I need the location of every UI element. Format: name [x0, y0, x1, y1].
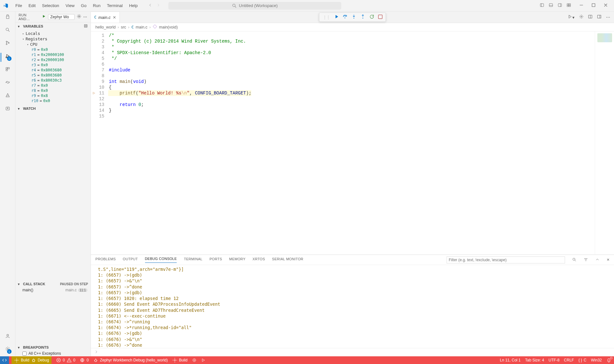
panel-tab-ports[interactable]: PORTS: [209, 257, 222, 263]
gear-icon[interactable]: [579, 14, 584, 20]
register-row[interactable]: r10=0x0: [15, 98, 91, 103]
run-dropdown-icon[interactable]: ▾: [568, 14, 575, 20]
tool-s-icon[interactable]: [5, 106, 10, 112]
breadcrumbs[interactable]: hello_world› src› C main.c› main(void): [91, 23, 614, 31]
section-watch[interactable]: ▾WATCH: [15, 105, 91, 112]
search-icon[interactable]: [5, 27, 10, 33]
status-problems[interactable]: 0 0: [56, 358, 75, 363]
registers-node[interactable]: ▾ Registers: [15, 36, 91, 42]
status-ports[interactable]: 0: [80, 358, 89, 363]
command-center[interactable]: Untitled (Workspace): [168, 2, 341, 10]
more-icon[interactable]: ⋯: [83, 15, 87, 19]
callstack-frame[interactable]: main() main.c 11:1: [15, 287, 91, 293]
section-variables[interactable]: ▾VARIABLES: [15, 22, 91, 30]
console-filter-input[interactable]: [447, 256, 565, 263]
status-debug-target[interactable]: Zephyr Workbench Debug (hello_world): [93, 358, 168, 363]
extensions-icon[interactable]: [5, 67, 10, 73]
window-minimize-icon[interactable]: [579, 3, 584, 9]
launch-config-select[interactable]: Zephyr Wo: [48, 14, 75, 20]
tool-a-icon[interactable]: [5, 93, 10, 99]
panel-close-icon[interactable]: ✕: [607, 258, 610, 262]
panel-tab-serial-monitor[interactable]: SERIAL MONITOR: [272, 257, 303, 263]
menu-selection[interactable]: Selection: [39, 2, 61, 9]
cpu-node[interactable]: ▾ CPU: [15, 42, 91, 47]
window-close-icon[interactable]: [603, 3, 608, 9]
start-debug-icon[interactable]: [42, 14, 46, 20]
debug-console-output[interactable]: t.S",line="119",arch="armv7e-m"}]1: (665…: [91, 265, 614, 348]
register-row[interactable]: r6=0x80030c3: [15, 78, 91, 83]
window-maximize-icon[interactable]: [591, 3, 596, 9]
menu-view[interactable]: View: [63, 2, 77, 9]
panel-collapse-icon[interactable]: [595, 257, 600, 263]
menu-edit[interactable]: Edit: [26, 2, 38, 9]
panel-tab-output[interactable]: OUTPUT: [123, 257, 138, 263]
layout-sidebar-left-icon[interactable]: [540, 3, 544, 8]
menu-run[interactable]: Run: [90, 2, 103, 9]
status-tabsize[interactable]: Tab Size: 4: [525, 358, 544, 362]
layout-customize-icon[interactable]: [567, 3, 571, 8]
settings-gear-icon[interactable]: 1: [5, 346, 10, 352]
panel-tab-memory[interactable]: MEMORY: [229, 257, 246, 263]
remote-indicator[interactable]: [0, 356, 9, 364]
menu-terminal[interactable]: Terminal: [104, 2, 125, 9]
panel-tab-problems[interactable]: PROBLEMS: [95, 257, 116, 263]
debug-toolbar[interactable]: ⋮⋮: [319, 12, 386, 22]
status-target-icon[interactable]: [192, 358, 197, 362]
status-build2[interactable]: Build: [172, 358, 188, 363]
code-editor[interactable]: 1234567891011▷12131415 /* * Copyright (c…: [91, 31, 614, 255]
step-into-icon[interactable]: [351, 14, 357, 20]
register-row[interactable]: r1=0x20000100: [15, 52, 91, 57]
section-breakpoints[interactable]: ▾BREAKPOINTS: [15, 344, 91, 351]
tab-main-c[interactable]: C main.c ✕: [91, 12, 120, 23]
gear-icon[interactable]: [77, 14, 81, 20]
menu-help[interactable]: Help: [126, 2, 140, 9]
restart-icon[interactable]: [369, 14, 375, 20]
layout-panel-icon[interactable]: [549, 3, 553, 8]
explorer-icon[interactable]: [5, 14, 10, 20]
register-row[interactable]: r9=0x8: [15, 93, 91, 98]
panel-search-icon[interactable]: [572, 257, 577, 263]
step-out-icon[interactable]: [360, 14, 366, 20]
section-callstack[interactable]: ▾CALL STACK Paused on step: [15, 281, 91, 287]
tab-close-icon[interactable]: ✕: [113, 15, 116, 20]
source-control-icon[interactable]: [5, 40, 10, 46]
bp-all-cpp[interactable]: All C++ Exceptions: [15, 351, 91, 356]
stop-icon[interactable]: [378, 15, 383, 20]
nav-back-icon[interactable]: [148, 3, 152, 8]
register-row[interactable]: r2=0x20000100: [15, 57, 91, 62]
split-editor-icon[interactable]: [588, 14, 593, 20]
step-over-icon[interactable]: [343, 14, 348, 20]
locals-node[interactable]: ▸ Locals: [15, 31, 91, 36]
menu-go[interactable]: Go: [78, 2, 89, 9]
register-row[interactable]: r3=0x0: [15, 62, 91, 68]
drag-handle-icon[interactable]: ⋮⋮: [323, 15, 330, 20]
register-row[interactable]: r4=0x8003680: [15, 68, 91, 73]
continue-icon[interactable]: [334, 14, 339, 20]
status-encoding[interactable]: UTF-8: [549, 358, 560, 362]
layout-sidebar-right-icon[interactable]: [558, 3, 562, 8]
panel-filter-icon[interactable]: [584, 257, 588, 263]
more-actions-icon[interactable]: ⋯: [606, 15, 610, 20]
zephyr-icon[interactable]: [5, 80, 10, 86]
nav-forward-icon[interactable]: [156, 3, 161, 8]
status-notifications-icon[interactable]: [606, 358, 611, 363]
status-lang[interactable]: { } C: [578, 358, 586, 362]
menu-file[interactable]: File: [13, 2, 25, 9]
panel-tab-debug-console[interactable]: DEBUG CONSOLE: [145, 257, 177, 263]
run-debug-icon[interactable]: 1: [5, 53, 10, 60]
status-cursor[interactable]: Ln 11, Col 1: [500, 358, 521, 362]
register-row[interactable]: r8=0x0: [15, 88, 91, 93]
collapse-icon[interactable]: [84, 24, 88, 29]
panel-tab-terminal[interactable]: TERMINAL: [184, 257, 202, 263]
bp-checkbox[interactable]: [22, 352, 27, 356]
status-os[interactable]: Win32: [591, 358, 602, 362]
status-build[interactable]: Build: [14, 358, 29, 363]
status-debug[interactable]: Debug: [31, 358, 49, 363]
minimap[interactable]: [595, 31, 614, 255]
status-eol[interactable]: CRLF: [564, 358, 574, 362]
accounts-icon[interactable]: [5, 333, 10, 339]
register-row[interactable]: r0=0x0: [15, 47, 91, 52]
status-run-icon[interactable]: [201, 358, 206, 362]
panel-tab-xrtos[interactable]: XRTOS: [253, 257, 265, 263]
register-row[interactable]: r5=0x8003680: [15, 73, 91, 78]
